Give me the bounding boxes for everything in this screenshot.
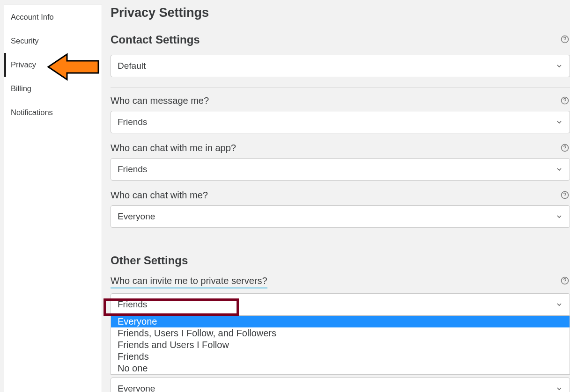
dropdown-option-friends-and-follow[interactable]: Friends and Users I Follow [111, 339, 570, 351]
who-can-see-inventory-select[interactable]: Everyone [111, 377, 570, 392]
label-who-can-invite-private: Who can invite me to private servers? [111, 276, 267, 289]
main-content: Privacy Settings Contact Settings Defaul… [102, 0, 570, 392]
chevron-down-icon [555, 166, 563, 173]
svg-point-5 [565, 150, 565, 150]
select-value: Friends [118, 164, 147, 174]
divider [111, 87, 570, 88]
select-value: Everyone [118, 211, 155, 221]
svg-point-9 [565, 283, 565, 283]
sidebar-item-notifications[interactable]: Notifications [4, 101, 102, 124]
sidebar-item-billing[interactable]: Billing [4, 77, 102, 101]
svg-point-7 [565, 197, 565, 197]
sidebar-item-privacy[interactable]: Privacy [4, 53, 102, 77]
contact-default-select[interactable]: Default [111, 55, 570, 77]
who-can-invite-private-select[interactable]: Friends [111, 293, 570, 316]
chevron-down-icon [555, 213, 563, 220]
sidebar-item-security[interactable]: Security [4, 29, 102, 53]
label-who-can-chat: Who can chat with me? [111, 190, 208, 200]
chevron-down-icon [555, 62, 563, 70]
private-servers-dropdown: Everyone Friends, Users I Follow, and Fo… [111, 316, 570, 375]
help-icon[interactable] [561, 96, 569, 105]
chevron-down-icon [555, 385, 563, 392]
dropdown-option-friends[interactable]: Friends [111, 351, 570, 363]
dropdown-option-everyone[interactable]: Everyone [111, 316, 570, 327]
section-title-contact: Contact Settings [111, 33, 570, 46]
dropdown-option-no-one[interactable]: No one [111, 363, 570, 374]
settings-sidebar: Account Info Security Privacy Billing No… [4, 5, 102, 392]
help-icon[interactable] [561, 144, 569, 152]
help-icon[interactable] [561, 35, 569, 44]
page-title: Privacy Settings [111, 6, 570, 20]
help-icon[interactable] [561, 191, 569, 199]
select-value: Everyone [118, 384, 155, 392]
label-who-can-chat-in-app: Who can chat with me in app? [111, 143, 236, 153]
sidebar-item-account-info[interactable]: Account Info [4, 5, 102, 29]
select-value: Friends [118, 117, 147, 127]
section-title-other: Other Settings [111, 254, 570, 267]
select-value: Friends [118, 299, 147, 309]
who-can-chat-select[interactable]: Everyone [111, 205, 570, 228]
who-can-message-select[interactable]: Friends [111, 111, 570, 133]
help-icon[interactable] [561, 276, 569, 285]
chevron-down-icon [555, 118, 563, 126]
chevron-down-icon [555, 301, 563, 308]
who-can-chat-in-app-select[interactable]: Friends [111, 158, 570, 181]
label-who-can-message: Who can message me? [111, 95, 209, 106]
svg-point-1 [565, 41, 565, 42]
dropdown-option-friends-follow-followers[interactable]: Friends, Users I Follow, and Followers [111, 327, 570, 339]
select-value: Default [118, 61, 146, 71]
svg-point-3 [565, 102, 565, 103]
